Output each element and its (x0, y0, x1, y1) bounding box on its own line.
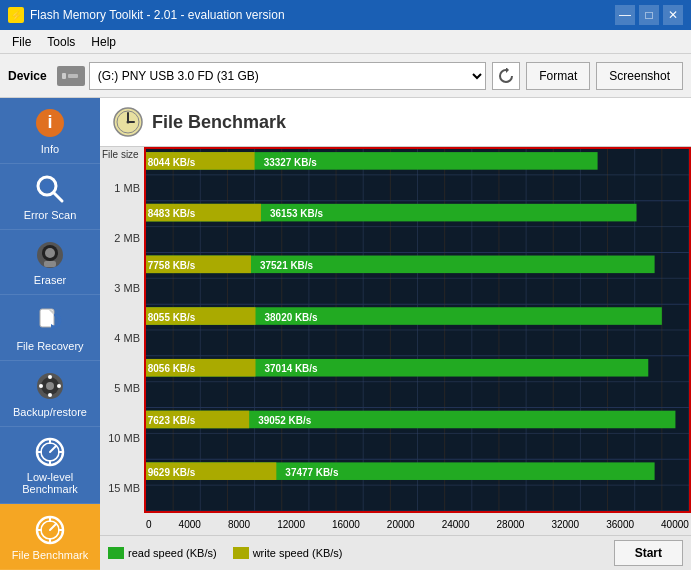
chart-svg: 8044 KB/s 33327 KB/s 8483 KB/s 36153 KB/… (146, 149, 689, 511)
svg-text:38020 KB/s: 38020 KB/s (265, 310, 318, 323)
x-tick-20000: 20000 (387, 519, 415, 530)
svg-text:37014 KB/s: 37014 KB/s (265, 362, 318, 375)
format-button[interactable]: Format (526, 62, 590, 90)
x-tick-24000: 24000 (442, 519, 470, 530)
sidebar-label-file-benchmark: File Benchmark (12, 549, 88, 561)
file-size-header: File size (100, 147, 144, 163)
file-size-3mb: 3 MB (100, 263, 144, 313)
svg-line-7 (54, 193, 62, 201)
legend-read: read speed (KB/s) (108, 547, 217, 559)
sidebar-label-low-level-benchmark: Low-level Benchmark (4, 471, 96, 495)
svg-text:7758 KB/s: 7758 KB/s (148, 258, 196, 271)
svg-text:33327 KB/s: 33327 KB/s (264, 155, 317, 168)
device-label: Device (8, 69, 47, 83)
legend: read speed (KB/s) write speed (KB/s) (108, 547, 343, 559)
sidebar-item-eraser[interactable]: Eraser (0, 230, 100, 296)
screenshot-button[interactable]: Screenshot (596, 62, 683, 90)
start-button[interactable]: Start (614, 540, 683, 566)
svg-text:8483 KB/s: 8483 KB/s (148, 207, 196, 220)
x-axis: 0 4000 8000 12000 16000 20000 24000 2800… (100, 513, 691, 535)
close-button[interactable]: ✕ (663, 5, 683, 25)
svg-text:9629 KB/s: 9629 KB/s (148, 465, 196, 478)
sidebar-label-file-recovery: File Recovery (16, 340, 83, 352)
svg-point-10 (45, 248, 55, 258)
file-recovery-icon (32, 303, 68, 338)
clock-icon (112, 106, 144, 138)
chart-area: 8044 KB/s 33327 KB/s 8483 KB/s 36153 KB/… (144, 147, 691, 513)
eraser-icon (32, 238, 68, 273)
svg-text:7623 KB/s: 7623 KB/s (148, 413, 196, 426)
sidebar-item-backup-restore[interactable]: Backup/restore (0, 361, 100, 427)
benchmark-title: File Benchmark (152, 112, 286, 133)
svg-text:8055 KB/s: 8055 KB/s (148, 310, 196, 323)
sidebar-item-low-level-benchmark[interactable]: Low-level Benchmark (0, 427, 100, 504)
x-tick-4000: 4000 (179, 519, 201, 530)
sidebar-label-backup-restore: Backup/restore (13, 406, 87, 418)
legend-write-color (233, 547, 249, 559)
sidebar: i Info Error Scan (0, 98, 100, 570)
title-bar-controls: — □ ✕ (615, 5, 683, 25)
file-size-10mb: 10 MB (100, 413, 144, 463)
file-size-1mb: 1 MB (100, 163, 144, 213)
sidebar-item-error-scan[interactable]: Error Scan (0, 164, 100, 230)
sidebar-item-file-recovery[interactable]: File Recovery (0, 295, 100, 361)
svg-text:37521 KB/s: 37521 KB/s (260, 258, 313, 271)
menu-bar: File Tools Help (0, 30, 691, 54)
svg-line-28 (50, 446, 56, 452)
app-title: Flash Memory Toolkit - 2.01 - evaluation… (30, 8, 285, 22)
app-icon: ⚡ (8, 7, 24, 23)
svg-text:37477 KB/s: 37477 KB/s (285, 465, 338, 478)
svg-text:8044 KB/s: 8044 KB/s (148, 155, 196, 168)
device-select-wrap: (G:) PNY USB 3.0 FD (31 GB) (57, 62, 487, 90)
toolbar: Device (G:) PNY USB 3.0 FD (31 GB) Forma… (0, 54, 691, 98)
x-axis-spacer (100, 513, 144, 535)
svg-point-6 (42, 181, 52, 191)
backup-restore-icon (32, 369, 68, 404)
device-icon (57, 66, 85, 86)
svg-point-40 (127, 121, 130, 124)
menu-tools[interactable]: Tools (39, 33, 83, 51)
svg-text:i: i (47, 112, 52, 132)
svg-line-35 (50, 524, 56, 530)
minimize-button[interactable]: — (615, 5, 635, 25)
error-scan-icon (32, 172, 68, 207)
x-tick-0: 0 (146, 519, 152, 530)
content-area: File Benchmark File size 1 MB 2 MB 3 MB … (100, 98, 691, 570)
x-axis-labels: 0 4000 8000 12000 16000 20000 24000 2800… (144, 513, 691, 535)
refresh-button[interactable] (492, 62, 520, 90)
svg-point-19 (48, 393, 52, 397)
svg-rect-11 (44, 261, 56, 267)
svg-point-20 (39, 384, 43, 388)
menu-help[interactable]: Help (83, 33, 124, 51)
file-size-15mb: 15 MB (100, 463, 144, 513)
file-size-2mb: 2 MB (100, 213, 144, 263)
maximize-button[interactable]: □ (639, 5, 659, 25)
info-icon: i (32, 106, 68, 141)
x-tick-12000: 12000 (277, 519, 305, 530)
x-tick-28000: 28000 (497, 519, 525, 530)
x-tick-40000: 40000 (661, 519, 689, 530)
svg-text:8056 KB/s: 8056 KB/s (148, 362, 196, 375)
device-selector[interactable]: (G:) PNY USB 3.0 FD (31 GB) (89, 62, 487, 90)
x-tick-16000: 16000 (332, 519, 360, 530)
title-bar-left: ⚡ Flash Memory Toolkit - 2.01 - evaluati… (8, 7, 285, 23)
svg-rect-2 (68, 74, 78, 78)
file-size-5mb: 5 MB (100, 363, 144, 413)
svg-text:39052 KB/s: 39052 KB/s (258, 413, 311, 426)
legend-write-label: write speed (KB/s) (253, 547, 343, 559)
x-tick-8000: 8000 (228, 519, 250, 530)
menu-file[interactable]: File (4, 33, 39, 51)
svg-rect-1 (62, 73, 66, 79)
sidebar-item-info[interactable]: i Info (0, 98, 100, 164)
benchmark-header: File Benchmark (100, 98, 691, 147)
file-size-column: File size 1 MB 2 MB 3 MB 4 MB 5 MB 10 MB… (100, 147, 144, 513)
svg-point-18 (48, 375, 52, 379)
chart-wrapper: File size 1 MB 2 MB 3 MB 4 MB 5 MB 10 MB… (100, 147, 691, 570)
file-size-4mb: 4 MB (100, 313, 144, 363)
sidebar-label-error-scan: Error Scan (24, 209, 77, 221)
title-bar: ⚡ Flash Memory Toolkit - 2.01 - evaluati… (0, 0, 691, 30)
legend-bar: read speed (KB/s) write speed (KB/s) Sta… (100, 535, 691, 570)
x-tick-32000: 32000 (551, 519, 579, 530)
sidebar-item-file-benchmark[interactable]: File Benchmark (0, 504, 100, 570)
legend-write: write speed (KB/s) (233, 547, 343, 559)
